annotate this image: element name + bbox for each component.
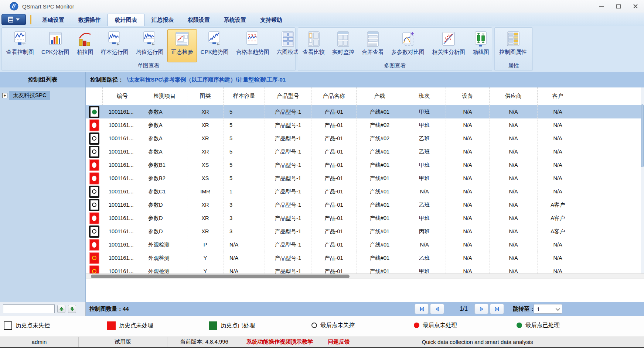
previous-page-button[interactable] xyxy=(430,304,444,314)
group-filter-input[interactable] xyxy=(3,304,55,313)
均值运行图-button[interactable]: 均值运行图 xyxy=(132,29,167,62)
table-row-9[interactable]: 1001161...参数DXR3产品型号-1产品-01产线#01甲班N/AN/A… xyxy=(86,211,644,225)
查看比较-button[interactable]: 查看比较 xyxy=(299,29,328,62)
ribbon-button-label: 合并查看 xyxy=(362,49,384,56)
table-row-8[interactable]: 1001161...参数DXR3产品型号-1产品-01产线#01乙班N/AN/A… xyxy=(86,198,644,211)
多参数对比图-button[interactable]: 多参数对比图 xyxy=(388,29,428,62)
cell-产品名称: 产品-01 xyxy=(311,225,357,238)
next-page-button[interactable] xyxy=(474,304,488,314)
cell-检测项目: 外观检测 xyxy=(142,251,187,265)
table-row-7[interactable]: 1001161...参数C1IMR1产品型号-1产品-01产线#01N/AN/A… xyxy=(86,185,644,198)
cell-产品名称: 产品-01 xyxy=(311,251,357,265)
table-row-2[interactable]: 1001161...参数AXR5产品型号-1产品-01产线#02甲班N/AN/A… xyxy=(86,118,644,132)
last-page-button[interactable] xyxy=(490,304,504,314)
CPK分析图-button[interactable]: CPK分析图 xyxy=(38,29,73,62)
cell-班次: 乙班 xyxy=(403,145,446,158)
cell-产品名称: 产品-01 xyxy=(311,265,357,273)
chart-count-label: 控制图数量：44 xyxy=(89,302,129,316)
maximize-button[interactable] xyxy=(610,1,627,12)
move-up-button[interactable] xyxy=(57,305,65,313)
column-header-6[interactable]: 产品名称 xyxy=(311,87,357,105)
cell-设备: N/A xyxy=(446,145,490,158)
tab-4[interactable]: 汇总报表 xyxy=(144,14,181,26)
tab-6[interactable]: 系统设置 xyxy=(217,14,253,26)
jump-page-select[interactable]: 1 xyxy=(534,304,562,314)
white-dot-red-icon xyxy=(89,119,99,131)
cell-班次: 乙班 xyxy=(403,132,446,145)
column-header-1[interactable]: 编号 xyxy=(103,87,142,105)
table-row-1[interactable]: 1001161...参数AXR5产品型号-1产品-01产线#01甲班N/AN/A… xyxy=(86,105,644,118)
table-row-13[interactable]: 1001161...外观检测YN/A产品型号-1产品-01产线#01甲班N/AN… xyxy=(86,265,644,273)
tab-3[interactable]: 统计图表 xyxy=(108,14,144,26)
tab-5[interactable]: 权限设置 xyxy=(181,14,217,26)
cell-产品型号: 产品型号-1 xyxy=(265,238,311,251)
cell-编号: 1001161... xyxy=(103,105,142,118)
sidebar-header: 控制组列表 xyxy=(0,72,86,87)
cell-设备: N/A xyxy=(446,172,490,185)
ribbon-button-label: 查看控制图 xyxy=(6,49,34,56)
table-row-6[interactable]: 1001161...参数B2XS5产品型号-1产品-01产线#01甲班N/AN/… xyxy=(86,172,644,185)
column-header-4[interactable]: 样本容量 xyxy=(224,87,265,105)
app-menu-button[interactable] xyxy=(1,14,26,25)
column-header-9[interactable]: 设备 xyxy=(446,87,490,105)
ribbon-button-label: 多参数对比图 xyxy=(391,49,425,56)
table-row-12[interactable]: 1001161...外观检测YN/A产品型号-1产品-01产线#01乙班N/AN… xyxy=(86,251,644,265)
cell-客户: N/A xyxy=(538,105,578,118)
合并查看-button[interactable]: 合并查看 xyxy=(358,29,388,62)
ribbon-button-label: 柏拉图 xyxy=(77,49,93,56)
chart-path-label: 控制图路径： xyxy=(90,76,123,83)
legend-item-6: 最后点已处理 xyxy=(517,321,560,329)
tab-1[interactable]: 基础设置 xyxy=(35,14,71,26)
cell-设备: N/A xyxy=(446,158,490,172)
table-row-3[interactable]: 1001161...参数AXR5产品型号-1产品-01产线#02乙班N/AN/A… xyxy=(86,132,644,145)
样本运行图-button[interactable]: 样本运行图 xyxy=(97,29,132,62)
cell-图类: XS xyxy=(187,158,224,172)
正态检验-button[interactable]: 正态检验 xyxy=(167,29,197,62)
feedback-link[interactable]: 问题反馈 xyxy=(328,338,350,345)
move-down-button[interactable] xyxy=(68,305,76,313)
实时监控-button[interactable]: 实时监控 xyxy=(328,29,358,62)
horizontal-scrollbar-thumb[interactable] xyxy=(91,275,350,278)
tab-2[interactable]: 数据操作 xyxy=(71,14,108,26)
合格率趋势图-button[interactable]: 合格率趋势图 xyxy=(232,29,273,62)
column-header-2[interactable]: 检测项目 xyxy=(142,87,187,105)
legend-item-1: 历史点未失控 xyxy=(4,321,50,330)
arrow-down-icon xyxy=(70,307,75,311)
first-page-button[interactable] xyxy=(415,304,429,314)
table-row-5[interactable]: 1001161...参数B1XS5产品型号-1产品-01产线#01甲班N/AN/… xyxy=(86,158,644,172)
cell-图类: IMR xyxy=(187,185,224,198)
vertical-scrollbar[interactable] xyxy=(641,87,644,273)
柏拉图-button[interactable]: 柏拉图 xyxy=(73,29,97,62)
minimize-button[interactable] xyxy=(593,1,610,12)
vertical-scrollbar-thumb[interactable] xyxy=(641,104,644,167)
查看控制图-button[interactable]: 查看控制图 xyxy=(3,29,38,62)
tree-item-root[interactable]: + 太友科技SPC xyxy=(2,91,85,100)
tab-7[interactable]: 支持帮助 xyxy=(253,14,289,26)
table-row-11[interactable]: 1001161...外观检测PN/A产品型号-1产品-01产线#01N/AN/A… xyxy=(86,238,644,251)
column-header-10[interactable]: 供应商 xyxy=(490,87,538,105)
column-header-7[interactable]: 产线 xyxy=(357,87,403,105)
CPK趋势图-button[interactable]: CPK趋势图 xyxy=(197,29,232,62)
cell-客户: N/A xyxy=(538,158,578,172)
status-cell xyxy=(86,118,103,132)
ribbon-group-label: 多图查看 xyxy=(298,62,492,70)
column-header-8[interactable]: 班次 xyxy=(403,87,446,105)
cell-设备: N/A xyxy=(446,105,490,118)
控制图属性-button[interactable]: 控制图属性 xyxy=(495,29,531,62)
table-row-10[interactable]: 1001161...参数DXR3产品型号-1产品-01产线#01丙班N/AN/A… xyxy=(86,225,644,238)
cell-产线: 产线#02 xyxy=(357,132,403,145)
horizontal-scrollbar[interactable] xyxy=(86,273,644,279)
箱线图-button[interactable]: 箱线图 xyxy=(469,29,493,62)
cell-产品名称: 产品-01 xyxy=(311,105,357,118)
tree-expander-icon[interactable]: + xyxy=(2,93,7,98)
column-header-5[interactable]: 产品型号 xyxy=(265,87,311,105)
column-header-3[interactable]: 图类 xyxy=(187,87,224,105)
status-cell xyxy=(86,145,103,158)
table-row-4[interactable]: 1001161...参数AXR5产品型号-1产品-01产线#01乙班N/AN/A… xyxy=(86,145,644,158)
close-button[interactable] xyxy=(627,1,644,12)
status-cell xyxy=(86,198,103,211)
cell-设备: N/A xyxy=(446,251,490,265)
column-header-11[interactable]: 客户 xyxy=(538,87,578,105)
video-tutorial-link[interactable]: 系统功能操作视频演示教学 xyxy=(246,338,313,345)
相关性分析图-button[interactable]: 相关性分析图 xyxy=(428,29,469,62)
